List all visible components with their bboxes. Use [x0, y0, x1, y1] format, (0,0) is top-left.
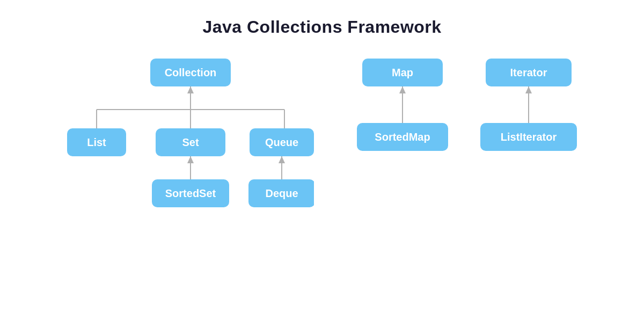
queue-label: Queue: [265, 136, 298, 148]
iterator-label: Iterator: [510, 67, 547, 78]
deque-label: Deque: [265, 187, 298, 199]
collection-tree-svg: Collection List Set Queue: [67, 59, 314, 263]
listiterator-label: ListIterator: [501, 131, 557, 143]
map-tree-svg: Map SortedMap: [357, 59, 448, 209]
svg-marker-22: [525, 86, 532, 93]
svg-marker-11: [187, 156, 194, 163]
page-title: Java Collections Framework: [202, 17, 441, 37]
list-label: List: [87, 136, 106, 148]
diagram: Collection List Set Queue: [0, 59, 644, 263]
set-label: Set: [182, 136, 199, 148]
sortedset-label: SortedSet: [165, 187, 216, 199]
right-section: Map SortedMap Iterator ListIterator: [357, 59, 577, 209]
left-section: Collection List Set Queue: [67, 59, 314, 263]
svg-marker-4: [187, 86, 194, 93]
svg-marker-18: [399, 86, 406, 93]
svg-marker-13: [279, 156, 285, 163]
iterator-tree-svg: Iterator ListIterator: [480, 59, 577, 209]
collection-label: Collection: [165, 67, 217, 78]
sortedmap-label: SortedMap: [375, 131, 430, 143]
map-label: Map: [392, 67, 413, 78]
